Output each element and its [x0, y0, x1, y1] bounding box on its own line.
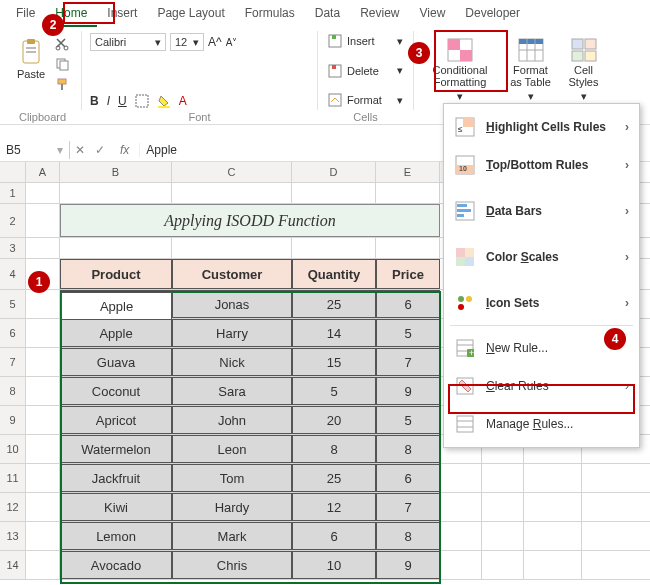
cf-icon-sets[interactable]: Icon Sets› — [444, 284, 639, 322]
confirm-edit-icon[interactable]: ✓ — [90, 143, 110, 157]
svg-text:+: + — [469, 348, 474, 357]
cell-price[interactable]: 5 — [376, 319, 440, 347]
cf-highlight-cells[interactable]: ≤ HHighlight Cells Rulesighlight Cells R… — [444, 108, 639, 146]
cell-customer[interactable]: John — [172, 406, 292, 434]
cell-quantity[interactable]: 14 — [292, 319, 376, 347]
col-head-c[interactable]: C — [172, 162, 292, 182]
cell-quantity[interactable]: 8 — [292, 435, 376, 463]
format-icon — [328, 93, 342, 107]
conditional-formatting-icon — [447, 38, 473, 62]
cell-styles-button[interactable]: Cell Styles▾ — [563, 33, 604, 108]
cell-customer[interactable]: Chris — [172, 551, 292, 579]
cell-product[interactable]: Jackfruit — [60, 464, 172, 492]
cell-product[interactable]: Apple — [60, 319, 172, 347]
increase-font-icon[interactable]: A^ — [208, 35, 222, 49]
cell-product[interactable]: Apricot — [60, 406, 172, 434]
cell-customer[interactable]: Nick — [172, 348, 292, 376]
cell-quantity[interactable]: 20 — [292, 406, 376, 434]
cell-customer[interactable]: Hardy — [172, 493, 292, 521]
cell-product[interactable]: Guava — [60, 348, 172, 376]
col-head-d[interactable]: D — [292, 162, 376, 182]
cell-quantity[interactable]: 12 — [292, 493, 376, 521]
cell-price[interactable]: 7 — [376, 493, 440, 521]
ribbon-group-cells: Insert▾ Delete▾ Format▾ Cells — [318, 31, 414, 110]
tab-review[interactable]: Review — [350, 3, 409, 27]
clipboard-icon — [19, 38, 43, 66]
cell-quantity[interactable]: 5 — [292, 377, 376, 405]
svg-rect-18 — [448, 39, 460, 50]
cell-customer[interactable]: Sara — [172, 377, 292, 405]
bold-button[interactable]: B — [90, 94, 99, 108]
select-all-corner[interactable] — [0, 162, 26, 182]
font-family-select[interactable]: Calibri▾ — [90, 33, 166, 51]
cell-customer[interactable]: Tom — [172, 464, 292, 492]
col-head-a[interactable]: A — [26, 162, 60, 182]
cell-product[interactable]: Kiwi — [60, 493, 172, 521]
cell-quantity[interactable]: 10 — [292, 551, 376, 579]
tab-file[interactable]: File — [6, 3, 45, 27]
tab-page-layout[interactable]: Page Layout — [147, 3, 234, 27]
cf-color-scales[interactable]: Color Scales› — [444, 238, 639, 276]
cell-price[interactable]: 8 — [376, 435, 440, 463]
cell-price[interactable]: 6 — [376, 464, 440, 492]
cell-product[interactable]: Avocado — [60, 551, 172, 579]
format-painter-icon[interactable] — [54, 76, 70, 92]
data-bars-icon — [454, 200, 476, 222]
cell-price[interactable]: 5 — [376, 406, 440, 434]
tab-developer[interactable]: Developer — [455, 3, 530, 27]
cf-data-bars[interactable]: Data Bars› — [444, 192, 639, 230]
italic-button[interactable]: I — [107, 94, 110, 108]
table-header-price: Price — [376, 259, 440, 289]
cell-customer[interactable]: Jonas — [172, 290, 292, 318]
cell-price[interactable]: 8 — [376, 522, 440, 550]
tab-insert[interactable]: Insert — [97, 3, 147, 27]
svg-rect-7 — [60, 61, 68, 70]
fx-icon[interactable]: fx — [110, 143, 140, 157]
name-box[interactable]: B5▾ — [0, 141, 70, 159]
cf-clear-rules[interactable]: Clear Rules› — [444, 367, 639, 405]
tab-view[interactable]: View — [410, 3, 456, 27]
cancel-edit-icon[interactable]: ✕ — [70, 143, 90, 157]
col-head-e[interactable]: E — [376, 162, 440, 182]
cell-price[interactable]: 7 — [376, 348, 440, 376]
cell-customer[interactable]: Harry — [172, 319, 292, 347]
svg-rect-15 — [332, 65, 336, 69]
table-row: 12KiwiHardy127 — [0, 493, 650, 522]
cells-insert-button[interactable]: Insert▾ — [326, 33, 405, 49]
decrease-font-icon[interactable]: A˅ — [226, 37, 238, 48]
format-as-table-button[interactable]: Format as Table▾ — [502, 33, 559, 108]
cell-customer[interactable]: Leon — [172, 435, 292, 463]
cell-price[interactable]: 9 — [376, 551, 440, 579]
cell-quantity[interactable]: 25 — [292, 464, 376, 492]
cells-format-button[interactable]: Format▾ — [326, 92, 405, 108]
cell-customer[interactable]: Mark — [172, 522, 292, 550]
borders-button[interactable] — [135, 94, 149, 108]
cell-product[interactable]: Lemon — [60, 522, 172, 550]
svg-point-44 — [466, 296, 472, 302]
cf-manage-rules[interactable]: Manage Rules... — [444, 405, 639, 443]
cells-delete-button[interactable]: Delete▾ — [326, 63, 405, 79]
tab-formulas[interactable]: Formulas — [235, 3, 305, 27]
cell-price[interactable]: 9 — [376, 377, 440, 405]
cell-product[interactable]: Watermelon — [60, 435, 172, 463]
cell-quantity[interactable]: 25 — [292, 290, 376, 318]
cell-price[interactable]: 6 — [376, 290, 440, 318]
cut-icon[interactable] — [54, 36, 70, 52]
cell-product[interactable]: Coconut — [60, 377, 172, 405]
tab-data[interactable]: Data — [305, 3, 350, 27]
conditional-formatting-button[interactable]: Conditional Formatting▾ — [422, 33, 498, 108]
new-rule-icon: + — [454, 337, 476, 359]
cell-quantity[interactable]: 6 — [292, 522, 376, 550]
fill-color-button[interactable] — [157, 94, 171, 108]
col-head-b[interactable]: B — [60, 162, 172, 182]
font-size-select[interactable]: 12▾ — [170, 33, 204, 51]
table-row: 14AvocadoChris109 — [0, 551, 650, 580]
underline-button[interactable]: U — [118, 94, 127, 108]
cell-quantity[interactable]: 15 — [292, 348, 376, 376]
active-cell[interactable]: Apple — [61, 292, 172, 320]
font-color-button[interactable]: A — [179, 94, 187, 108]
cf-top-bottom[interactable]: 10 Top/Bottom Rules› — [444, 146, 639, 184]
paste-button[interactable]: Paste — [12, 33, 50, 92]
svg-rect-10 — [136, 95, 148, 107]
copy-icon[interactable] — [54, 56, 70, 72]
